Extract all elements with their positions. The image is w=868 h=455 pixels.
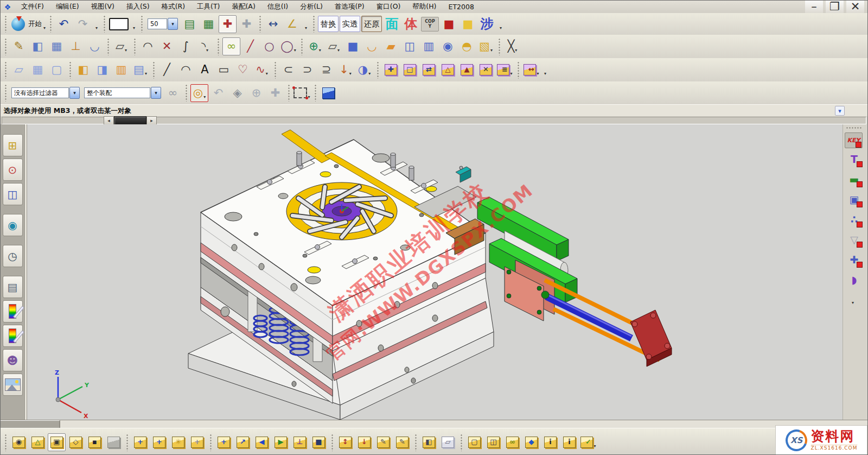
find-chain-button[interactable]: ∞ xyxy=(164,84,182,102)
rectangle-button[interactable]: ▭ xyxy=(215,61,233,79)
moldwizard-key-button[interactable]: KEY xyxy=(845,132,863,148)
rotate-point-button[interactable]: ⊕ xyxy=(247,84,265,102)
extrude-button[interactable]: ▰ xyxy=(382,37,400,55)
interpart-link-button[interactable]: ∞ xyxy=(503,433,521,451)
assembly-information-button[interactable]: i xyxy=(560,433,578,451)
plane-button[interactable]: ▱▾ xyxy=(112,37,130,55)
undo-history-dropdown[interactable]: ▾ xyxy=(93,15,100,33)
display-tools-dropdown[interactable]: ▾ xyxy=(497,15,504,33)
selection-filter-combo[interactable]: 没有选择过滤器▾ xyxy=(11,84,80,102)
solid-cube-button[interactable]: ■ xyxy=(440,15,458,33)
show-hide-component-button[interactable]: ◇ xyxy=(67,433,85,451)
promote-body-button[interactable]: + xyxy=(188,433,206,451)
through-curves-button[interactable]: ▦ xyxy=(29,61,47,79)
layer-in-view-button[interactable]: ▦ xyxy=(200,15,218,33)
isolate-component-button[interactable]: ▢ xyxy=(465,433,483,451)
open-component-button[interactable]: □ xyxy=(401,61,419,79)
curve-stretch-button[interactable]: ◝▾ xyxy=(196,37,214,55)
snap-point-button[interactable]: ◎▾ xyxy=(190,84,208,102)
move-component-button[interactable]: ↗ xyxy=(234,433,252,451)
information-palette-tab[interactable]: ▤ xyxy=(3,276,23,298)
circle-button[interactable]: ◯▾ xyxy=(279,37,297,55)
curve-fillet-button[interactable]: ◠ xyxy=(139,37,157,55)
move-component-button[interactable]: ✚ xyxy=(382,61,400,79)
assembly-constraints-button[interactable]: + xyxy=(215,433,233,451)
status-resize-grip[interactable] xyxy=(1,420,60,428)
roles-tab[interactable]: ☻ xyxy=(3,349,23,371)
redo-button[interactable]: ↷ xyxy=(74,15,92,33)
delete-component-button[interactable]: ✕ xyxy=(477,61,495,79)
constraint-navigator-tab[interactable]: ⊙ xyxy=(3,159,23,181)
bounded-sheet-button[interactable]: ▢ xyxy=(48,61,66,79)
datum-axis-button[interactable]: ⊥ xyxy=(67,37,85,55)
studio-spline-button[interactable]: ∿▾ xyxy=(253,61,271,79)
boss-button[interactable]: ▥ xyxy=(420,37,438,55)
basic-line-button[interactable]: ╱ xyxy=(158,61,176,79)
selection-scope-combo[interactable]: 整个装配▾ xyxy=(84,84,162,102)
quick-pick-button[interactable]: ◈ xyxy=(228,84,246,102)
project-curve-button[interactable]: ↓▾ xyxy=(336,61,354,79)
bend-button[interactable]: ◡ xyxy=(363,37,381,55)
assembly-navigator-tab[interactable]: ⊞ xyxy=(3,134,23,156)
horizontal-scrollbar[interactable]: ◂ ▸ xyxy=(104,116,157,124)
assembly-tools-dropdown[interactable]: ▾ xyxy=(541,61,548,79)
line-width-swatch[interactable] xyxy=(108,15,129,33)
moldwizard-elbow-button[interactable]: ◗ xyxy=(845,271,864,288)
datum-plane-button[interactable]: ◧ xyxy=(29,37,47,55)
wave-dimension-button[interactable]: ↔▾ xyxy=(522,61,540,79)
copy-display-button[interactable]: COPY xyxy=(421,17,439,31)
moldwizard-fitting-button[interactable]: ✚ xyxy=(845,251,864,268)
trim-sheet-button[interactable]: ◨ xyxy=(93,61,111,79)
body-mode-button[interactable]: 体 xyxy=(402,15,420,33)
visualization-tab[interactable] xyxy=(3,300,23,323)
translucency-button[interactable]: 实透 xyxy=(340,16,360,32)
x-dimension-button[interactable]: ╳▾ xyxy=(503,37,521,55)
new-component-button[interactable]: + xyxy=(150,433,168,451)
mirror-assembly-button[interactable]: ◀ xyxy=(253,433,271,451)
reuse-library-tab[interactable]: ◉ xyxy=(3,214,23,236)
moldwizard-sprue-button[interactable]: ▽ xyxy=(845,231,864,248)
wcs-orient-button[interactable]: ✚ xyxy=(219,15,237,33)
line-button[interactable]: ╱ xyxy=(241,37,259,55)
pattern-component-button[interactable]: ▲ xyxy=(458,61,476,79)
curve-trim-button[interactable]: ✕ xyxy=(158,37,176,55)
arc-point-button[interactable]: ○ xyxy=(260,37,278,55)
arrangements-button[interactable]: ↓ xyxy=(355,433,373,451)
moldwizard-standard-part-button[interactable]: T xyxy=(845,151,864,168)
swept-button[interactable]: ◡ xyxy=(86,37,104,55)
perpendicular-constraint-button[interactable]: ⊥ xyxy=(291,433,309,451)
replace-reference-set-button[interactable]: 替换 xyxy=(318,16,339,32)
assembly-constraint-button[interactable]: △ xyxy=(439,61,457,79)
offset-surface-button[interactable]: ◧ xyxy=(74,61,92,79)
sketch-button[interactable]: ✎ xyxy=(10,37,28,55)
block-button[interactable]: ■ xyxy=(344,37,362,55)
profile-button[interactable]: ♡ xyxy=(234,61,252,79)
component-properties-button[interactable]: ≡▾ xyxy=(496,61,514,79)
scroll-left-button[interactable]: ◂ xyxy=(104,116,114,125)
replace-component-button[interactable]: ⇄ xyxy=(420,61,438,79)
edit-component-button[interactable]: ✎ xyxy=(374,433,392,451)
interference-check-button[interactable]: 涉 xyxy=(478,15,496,33)
link-information-button[interactable]: i xyxy=(541,433,559,451)
undo-button[interactable]: ↶ xyxy=(55,15,73,33)
edit-curve-length-button[interactable]: ⊃ xyxy=(298,61,316,79)
curve-blend-button[interactable]: ∫ xyxy=(177,37,195,55)
find-component-button[interactable]: ◉ xyxy=(10,433,28,451)
scroll-thumb[interactable] xyxy=(114,116,146,125)
face-mode-button[interactable]: 面 xyxy=(383,15,401,33)
measure-dropdown[interactable]: ▾ xyxy=(302,15,309,33)
edit-curve-trim-button[interactable]: ⊇ xyxy=(317,61,335,79)
boolean-unite-button[interactable]: ⊕▾ xyxy=(306,37,324,55)
edit-curve-button[interactable]: ⊂ xyxy=(279,61,297,79)
add-component-button[interactable]: + xyxy=(131,433,149,451)
combine-curve-button[interactable]: ◑▾ xyxy=(355,61,373,79)
basic-arc-button[interactable]: ◠ xyxy=(177,61,195,79)
restore-display-button[interactable]: 还原 xyxy=(361,16,382,32)
bounded-plane-button[interactable]: ▱▾ xyxy=(325,37,343,55)
start-menu-button[interactable]: 开始▾ xyxy=(27,15,46,33)
history-tab[interactable]: ◷ xyxy=(3,245,23,267)
hole-button[interactable]: ◉ xyxy=(439,37,457,55)
wcs-dynamics-button[interactable]: ✚ xyxy=(238,15,256,33)
moldwizard-insert-button[interactable]: ▣ xyxy=(845,191,864,208)
wave-geometry-linker-button[interactable]: ◆ xyxy=(522,433,540,451)
